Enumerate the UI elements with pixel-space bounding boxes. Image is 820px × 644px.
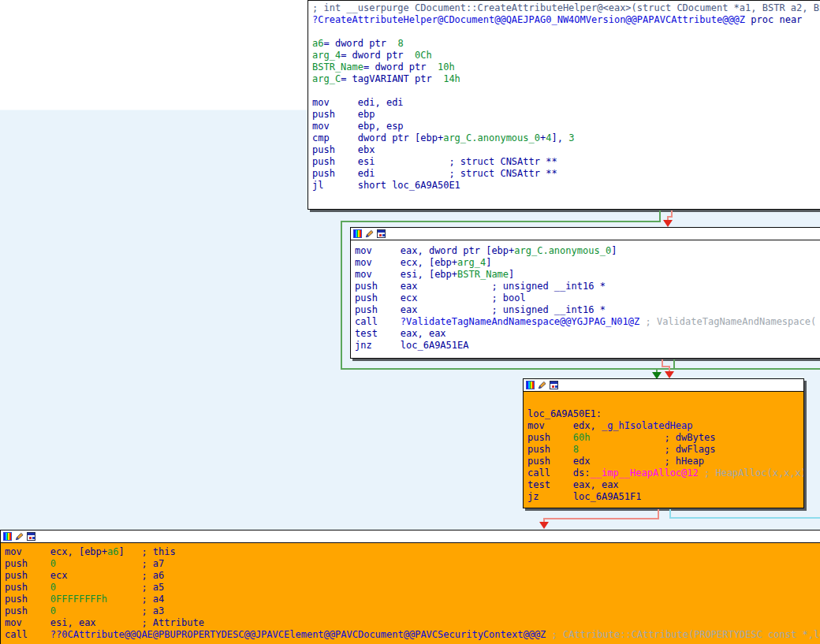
code-line[interactable]: ?CreateAttributeHelper@CDocument@@QAEJPA… bbox=[312, 14, 820, 26]
code-line[interactable]: call ds:__imp__HeapAlloc@12 ; HeapAlloc(… bbox=[527, 467, 803, 479]
edit-node-icon[interactable] bbox=[365, 229, 374, 238]
code-line[interactable]: mov edi, edi bbox=[312, 97, 820, 109]
code-segment-ins: ] bbox=[119, 546, 142, 557]
code-segment-ins: = dword ptr bbox=[363, 61, 438, 73]
code-segment-ins: cmp dword ptr [ebp+ bbox=[312, 132, 443, 143]
code-segment-ins: push edi bbox=[312, 168, 449, 179]
code-segment-ins: mov edi, edi bbox=[312, 97, 404, 108]
code-segment-cmt: ; this bbox=[141, 546, 175, 557]
code-line[interactable]: push ecx ; bool bbox=[355, 292, 820, 304]
code-line[interactable]: mov ecx, [ebp+arg_4] bbox=[355, 257, 820, 269]
code-line[interactable]: call ?ValidateTagNameAndNamespace@@YGJPA… bbox=[355, 316, 820, 328]
cattribute-block-code: mov ecx, [ebp+a6] ; thispush 0 ; a7push … bbox=[1, 543, 820, 641]
code-line[interactable]: push ecx ; a6 bbox=[5, 570, 820, 582]
code-segment-cmt: ; unsigned __int16 * bbox=[491, 304, 606, 315]
code-line[interactable]: push esi ; struct CNSAttr ** bbox=[312, 156, 820, 168]
code-segment-cmt: ; a5 bbox=[141, 582, 164, 593]
node-color-icon[interactable] bbox=[3, 532, 12, 541]
edge-jz-fallthrough bbox=[544, 509, 658, 523]
code-line[interactable]: ; int __userpurge CDocument::CreateAttri… bbox=[312, 2, 820, 14]
code-segment-num: 0 bbox=[50, 558, 56, 569]
code-line[interactable]: push 8 ; dwFlags bbox=[527, 444, 803, 456]
code-line[interactable]: push edx ; hHeap bbox=[527, 456, 803, 467]
code-segment-ins: push bbox=[527, 432, 573, 443]
code-line[interactable]: push ebx bbox=[312, 144, 820, 156]
node-color-icon[interactable] bbox=[353, 229, 362, 238]
code-line[interactable]: test eax, eax bbox=[527, 479, 803, 491]
code-line[interactable]: test eax, eax bbox=[355, 328, 820, 340]
node-color-icon[interactable] bbox=[526, 381, 535, 389]
collapse-node-icon[interactable] bbox=[377, 229, 386, 238]
code-segment-ins: ] bbox=[611, 245, 617, 256]
code-line[interactable]: push 0 ; a5 bbox=[5, 582, 820, 594]
code-segment-cmt: ; dwBytes bbox=[664, 432, 715, 443]
edit-node-icon[interactable] bbox=[15, 532, 24, 541]
code-segment-name: ?CreateAttributeHelper@CDocument@@QAEJPA… bbox=[312, 14, 745, 25]
node-heapalloc-block[interactable]: loc_6A9A50E1:mov edx, _g_hIsolatedHeappu… bbox=[523, 378, 804, 508]
code-line[interactable]: mov esi, eax ; Attribute bbox=[5, 617, 820, 629]
code-line[interactable]: a6= dword ptr 8 bbox=[312, 38, 820, 50]
code-segment-ins: mov edx, bbox=[527, 420, 602, 431]
code-segment-num: arg_C.anonymous_0 bbox=[514, 245, 611, 256]
code-line[interactable]: cmp dword ptr [ebp+arg_C.anonymous_0+4],… bbox=[312, 132, 820, 144]
code-segment-ins: push eax bbox=[355, 281, 491, 292]
code-segment-ins bbox=[56, 605, 141, 616]
code-segment-ins: loc_6A9A50E1: bbox=[527, 408, 602, 419]
code-line[interactable]: arg_4= dword ptr 0Ch bbox=[312, 50, 820, 61]
code-line[interactable]: jnz loc_6A9A51EA bbox=[355, 340, 820, 352]
code-segment-ins: call bbox=[5, 629, 50, 640]
code-line[interactable]: arg_C= tagVARIANT ptr 14h bbox=[312, 73, 820, 85]
code-line[interactable]: BSTR_Name= dword ptr 10h bbox=[312, 61, 820, 73]
code-segment-ins: proc near bbox=[745, 14, 802, 25]
node-entry-block[interactable]: ; int __userpurge CDocument::CreateAttri… bbox=[308, 0, 820, 210]
code-segment-cmt: ; bool bbox=[491, 292, 525, 303]
code-segment-imp: __imp__HeapAlloc@12 bbox=[590, 467, 698, 478]
code-segment-num: BSTR_Name bbox=[457, 269, 509, 280]
code-segment-cmt: ; Attribute bbox=[141, 617, 203, 628]
code-segment-ins: = dword ptr bbox=[323, 38, 397, 49]
code-segment-num: 8 bbox=[397, 38, 403, 49]
code-segment-num: 10h bbox=[438, 61, 455, 73]
graph-canvas[interactable]: ; int __userpurge CDocument::CreateAttri… bbox=[0, 0, 820, 644]
code-segment-ins: push bbox=[527, 444, 573, 455]
collapse-node-icon[interactable] bbox=[27, 532, 35, 541]
code-line[interactable]: call ??0CAttribute@@QAE@PBUPROPERTYDESC@… bbox=[5, 629, 820, 641]
code-segment-gray: ; ValidateTagNameAndNamespace( bbox=[639, 316, 816, 327]
code-line[interactable]: push 0 ; a7 bbox=[5, 558, 820, 570]
code-line[interactable] bbox=[312, 26, 820, 38]
code-line[interactable] bbox=[527, 396, 803, 408]
collapse-node-icon[interactable] bbox=[550, 381, 558, 389]
code-segment-gray: ; CAttribute::CAttribute(PROPERTYDESC co… bbox=[546, 629, 820, 640]
code-line[interactable] bbox=[312, 85, 820, 97]
code-segment-num: arg_C bbox=[312, 73, 341, 84]
code-segment-num: 14h bbox=[443, 73, 460, 84]
code-segment-gray: ; HeapAlloc(x,x,x) bbox=[699, 467, 803, 478]
code-segment-ins: push ecx bbox=[355, 292, 491, 303]
edit-node-icon[interactable] bbox=[538, 381, 546, 389]
code-line[interactable]: mov eax, dword ptr [ebp+arg_C.anonymous_… bbox=[355, 245, 820, 257]
code-line[interactable]: push eax ; unsigned __int16 * bbox=[355, 304, 820, 316]
code-line[interactable]: jz loc_6A9A51F1 bbox=[527, 491, 803, 503]
code-segment-name: ??0CAttribute@@QAE@PBUPROPERTYDESC@@JPAV… bbox=[50, 629, 546, 640]
code-segment-ins: = tagVARIANT ptr bbox=[341, 73, 443, 84]
code-line[interactable]: mov ebp, esp bbox=[312, 121, 820, 132]
node-validate-block[interactable]: mov eax, dword ptr [ebp+arg_C.anonymous_… bbox=[350, 227, 820, 359]
code-line[interactable]: push 0FFFFFFFFh ; a4 bbox=[5, 594, 820, 605]
code-line[interactable]: loc_6A9A50E1: bbox=[527, 408, 803, 420]
code-line[interactable]: push ebp bbox=[312, 109, 820, 121]
code-line[interactable]: push 0 ; a3 bbox=[5, 605, 820, 617]
code-line[interactable]: push 60h ; dwBytes bbox=[527, 432, 803, 444]
code-segment-ins: ] bbox=[509, 269, 514, 280]
code-segment-cmt: ; a6 bbox=[141, 570, 164, 581]
code-line[interactable]: jl short loc_6A9A50E1 bbox=[312, 180, 820, 192]
code-segment-ins: push eax bbox=[355, 304, 491, 315]
code-line[interactable]: mov esi, [ebp+BSTR_Name] bbox=[355, 269, 820, 281]
node-cattribute-block[interactable]: mov ecx, [ebp+a6] ; thispush 0 ; a7push … bbox=[0, 530, 820, 644]
code-segment-num: 3 bbox=[568, 132, 574, 143]
code-line[interactable]: push eax ; unsigned __int16 * bbox=[355, 281, 820, 292]
code-segment-ins: = dword ptr bbox=[341, 50, 415, 61]
code-segment-num: 8 bbox=[573, 444, 579, 455]
code-line[interactable]: push edi ; struct CNSAttr ** bbox=[312, 168, 820, 180]
code-line[interactable]: mov ecx, [ebp+a6] ; this bbox=[5, 546, 820, 558]
code-line[interactable]: mov edx, _g_hIsolatedHeap bbox=[527, 420, 803, 432]
